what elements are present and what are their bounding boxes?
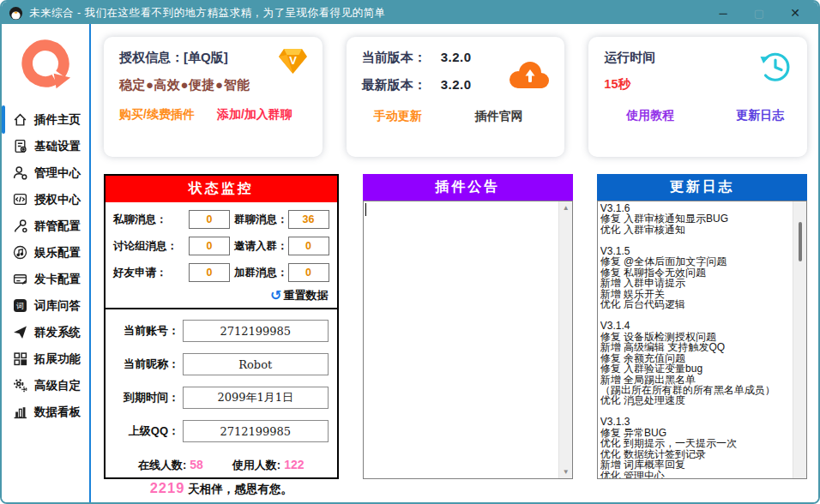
q-logo [19, 38, 72, 93]
current-nickname-field[interactable]: Robot [183, 353, 329, 375]
counter-label: 加群消息： [230, 266, 288, 280]
join-group-link[interactable]: 添加/加入群聊 [217, 107, 292, 123]
parent-qq-label: 上级QQ： [111, 423, 179, 439]
tutorial-link[interactable]: 使用教程 [626, 108, 674, 123]
manual-update-link[interactable]: 手动更新 [374, 109, 422, 124]
plugin-website-link[interactable]: 插件官网 [475, 109, 523, 124]
sidebar-item-license-center[interactable]: 授权中心 [2, 186, 89, 213]
sidebar-item-entertainment-config[interactable]: 娱乐配置 [2, 239, 89, 266]
online-count: 58 [186, 458, 203, 471]
current-account-field[interactable]: 2712199985 [183, 320, 329, 342]
changelog-link[interactable]: 更新日志 [736, 108, 784, 123]
sidebar-item-group-admin-config[interactable]: 群管配置 [2, 213, 89, 239]
invite-group-count[interactable]: 0 [288, 237, 329, 255]
sidebar-item-mass-send[interactable]: 群发系统 [2, 319, 89, 345]
current-version-label: 当前版本： [362, 50, 441, 66]
announcement-scrollbar[interactable]: ▲ ▼ [558, 201, 572, 478]
users-label: 使用人数: [232, 459, 280, 471]
sidebar-item-dictionary-qa[interactable]: 词 词库问答 [2, 292, 89, 319]
scroll-up-arrow[interactable]: ▲ [559, 201, 573, 214]
days-count: 2219 [150, 480, 189, 495]
sidebar-item-label: 管理中心 [34, 165, 81, 181]
message-counters: 私聊消息： 0 群聊消息： 36 讨论组消息： 0 邀请入群： 0 好友申请： … [106, 202, 337, 285]
buy-renew-link[interactable]: 购买/续费插件 [119, 107, 195, 123]
close-button[interactable]: ✕ [777, 2, 813, 24]
scroll-down-arrow[interactable]: ▼ [559, 465, 573, 478]
card-icon [13, 272, 27, 286]
vip-gem-icon: V [277, 48, 309, 75]
current-version-value: 3.2.0 [441, 50, 472, 64]
changelog-panel: 更新日志 V3.1.6 修复 入群审核通知显示BUG 优化 入群审核通知 V3.… [597, 174, 807, 479]
dictionary-icon: 词 [13, 298, 27, 313]
update-cloud-icon [504, 57, 552, 93]
counter-label: 私聊消息： [113, 213, 189, 227]
code-icon [13, 192, 27, 207]
sidebar-item-label: 拓展功能 [34, 351, 81, 367]
text-caret [365, 203, 366, 216]
discussion-msg-count[interactable]: 0 [189, 237, 230, 255]
status-monitor-panel: 状态监控 私聊消息： 0 群聊消息： 36 讨论组消息： 0 邀请入群： 0 好… [104, 174, 339, 479]
counter-label: 群聊消息： [230, 213, 288, 227]
users-count: 122 [280, 458, 304, 471]
announcement-panel-header: 插件公告 [363, 174, 573, 201]
send-icon [13, 325, 27, 339]
license-slogan: 稳定●高效●便捷●智能 [119, 77, 307, 93]
grid-icon [13, 351, 27, 366]
changelog-scrollbar[interactable] [793, 201, 806, 478]
usage-stats: 在线人数:58 使用人数:122 [106, 458, 337, 473]
sidebar-item-extensions[interactable]: 拓展功能 [2, 345, 89, 372]
expiry-label: 到期时间： [111, 390, 179, 405]
account-label: 当前账号： [111, 323, 179, 339]
sidebar-item-data-dashboard[interactable]: 数据看板 [2, 399, 89, 425]
license-card: 授权信息：[单Q版] V 稳定●高效●便捷●智能 购买/续费插件 添加/加入群聊 [104, 37, 323, 157]
sidebar-item-basic-settings[interactable]: 基础设置 [2, 133, 89, 159]
undo-icon: ↺ [270, 289, 281, 303]
svg-text:词: 词 [15, 302, 24, 310]
announcement-panel: 插件公告 ▲ ▼ [363, 174, 573, 479]
music-icon [13, 245, 27, 260]
main-content: 授权信息：[单Q版] V 稳定●高效●便捷●智能 购买/续费插件 添加/加入群聊 [91, 24, 818, 502]
thanks-message: 2219天相伴，感恩有您。 [106, 480, 337, 497]
penguin-app-icon [9, 6, 23, 21]
sidebar-item-admin-center[interactable]: 管理中心 [2, 159, 89, 186]
nickname-label: 当前昵称： [111, 357, 179, 372]
join-group-count[interactable]: 0 [288, 263, 329, 282]
sidebar-item-label: 发卡配置 [34, 272, 81, 287]
minimize-button[interactable]: ─ [705, 2, 741, 24]
expiry-date-field[interactable]: 2099年1月1日 [183, 387, 329, 409]
bar-chart-icon [13, 405, 27, 419]
maximize-button[interactable]: ▢ [741, 2, 777, 24]
wrench-icon [13, 219, 27, 233]
settings-doc-icon [13, 139, 27, 153]
sidebar-item-label: 群发系统 [34, 325, 81, 340]
changelog-textarea[interactable]: V3.1.6 修复 入群审核通知显示BUG 优化 入群审核通知 V3.1.5 修… [597, 201, 807, 479]
sidebar-item-label: 群管配置 [34, 219, 81, 234]
sidebar-item-label: 娱乐配置 [34, 245, 81, 261]
changelog-panel-header: 更新日志 [597, 174, 807, 201]
latest-version-label: 最新版本： [362, 77, 441, 93]
sidebar: 插件主页 基础设置 管理中心 授权中心 [2, 24, 91, 502]
latest-version-value: 3.2.0 [441, 77, 472, 92]
reset-data-button[interactable]: ↺ 重置数据 [106, 285, 337, 308]
status-panel-header: 状态监控 [106, 176, 337, 202]
friend-request-count[interactable]: 0 [189, 263, 230, 282]
sidebar-item-label: 插件主页 [34, 112, 81, 128]
sidebar-item-label: 数据看板 [34, 405, 81, 420]
sidebar-item-label: 基础设置 [34, 139, 81, 154]
parent-qq-field[interactable]: 2712199985 [183, 420, 329, 442]
sidebar-item-card-config[interactable]: 发卡配置 [2, 266, 89, 292]
runtime-card: 运行时间 15秒 使用教程 更新日志 [588, 37, 807, 157]
sidebar-item-label: 授权中心 [34, 192, 81, 207]
window-title: 未来综合 - 我们在这些看不到的地方精益求精，为了呈现你看得见的简单 [29, 6, 386, 21]
sidebar-item-advanced-custom[interactable]: 高级自定 [2, 372, 89, 399]
announcement-textarea[interactable]: ▲ ▼ [363, 201, 573, 479]
history-clock-icon [757, 49, 793, 85]
counter-label: 讨论组消息： [113, 239, 189, 254]
group-msg-count[interactable]: 36 [288, 210, 329, 229]
app-window: 未来综合 - 我们在这些看不到的地方精益求精，为了呈现你看得见的简单 ─ ▢ ✕… [0, 0, 820, 504]
scrollbar-thumb[interactable] [799, 222, 802, 261]
sidebar-item-plugin-home[interactable]: 插件主页 [2, 106, 89, 133]
changelog-text: V3.1.6 修复 入群审核通知显示BUG 优化 入群审核通知 V3.1.5 修… [600, 203, 792, 478]
private-msg-count[interactable]: 0 [189, 210, 230, 229]
counter-label: 好友申请： [113, 266, 189, 280]
